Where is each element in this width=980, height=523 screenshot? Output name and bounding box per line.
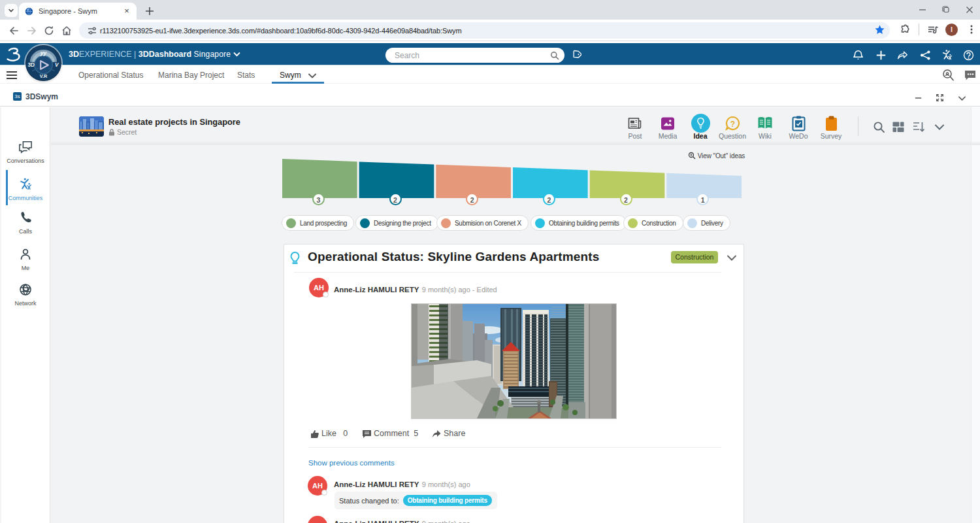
svg-text:3D: 3D [27, 62, 35, 68]
svg-text:?: ? [730, 119, 734, 128]
svg-text:V.R: V.R [40, 73, 48, 79]
svg-text:yy: yy [40, 50, 48, 56]
